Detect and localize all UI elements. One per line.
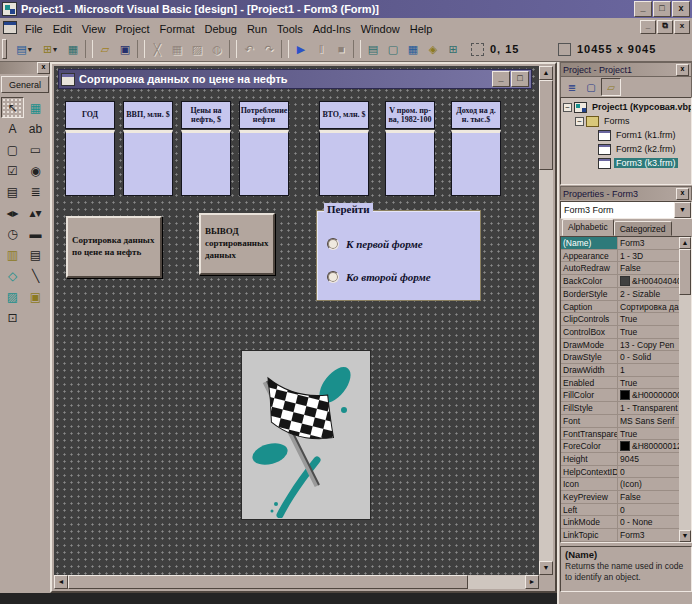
radio-icon[interactable]	[327, 238, 339, 250]
menu-item[interactable]: Add-Ins	[308, 21, 356, 37]
radio-icon[interactable]	[327, 271, 339, 283]
toolbar-find-button[interactable]: ◍	[207, 40, 227, 58]
toolbar-project-explorer-button[interactable]: ▤	[363, 40, 383, 58]
menu-item[interactable]: Tools	[272, 21, 308, 37]
property-row[interactable]: Height 9045	[561, 453, 679, 466]
maximize-button[interactable]: □	[653, 1, 671, 17]
chevron-down-icon[interactable]: ▼	[674, 202, 691, 218]
property-row[interactable]: KeyPreview False	[561, 491, 679, 504]
menu-item[interactable]: Format	[155, 21, 200, 37]
scroll-down-icon[interactable]: ▼	[539, 561, 553, 575]
toolbox-tool-dirlistbox[interactable]: ▥	[1, 244, 24, 265]
property-row[interactable]: DrawMode 13 - Copy Pen	[561, 339, 679, 352]
child-window-icon[interactable]	[3, 21, 17, 34]
toolbox-tool-pointer[interactable]: ↖	[1, 97, 24, 118]
view-code-icon[interactable]: ≣	[563, 79, 581, 95]
property-name[interactable]: BackColor	[561, 275, 618, 287]
property-value[interactable]: False	[618, 262, 679, 274]
tree-expander-icon[interactable]: −	[575, 117, 584, 126]
property-value[interactable]: &H00404040&	[618, 275, 679, 287]
property-name[interactable]: FontTransparent	[561, 428, 618, 440]
property-name[interactable]: (Name)	[561, 237, 618, 249]
minimize-button[interactable]: _	[634, 1, 652, 17]
property-name[interactable]: BorderStyle	[561, 288, 618, 300]
column-header-label[interactable]: V пром. пр-ва, 1982-100	[385, 101, 435, 129]
toolbar-save-project-button[interactable]: ▣	[115, 40, 135, 58]
toolbox-tool-commandbutton[interactable]: ▭	[24, 139, 47, 160]
toolbar-end-button[interactable]: ■	[331, 40, 351, 58]
property-row[interactable]: FontTransparent True	[561, 428, 679, 441]
project-explorer-close-icon[interactable]: x	[676, 64, 689, 76]
property-name[interactable]: Enabled	[561, 377, 618, 389]
toolbox-tool-drivelistbox[interactable]: ▬	[24, 223, 47, 244]
toolbox-tool-shape[interactable]: ◇	[1, 265, 24, 286]
column-listbox[interactable]	[451, 130, 501, 196]
property-row[interactable]: ForeColor &H80000012&	[561, 440, 679, 453]
property-name[interactable]: Left	[561, 504, 618, 516]
toolbar-separator-button[interactable]	[353, 40, 361, 58]
grid-scroll-up-icon[interactable]: ▲	[679, 237, 691, 249]
close-button[interactable]: x	[672, 1, 690, 17]
toolbox-tool-picturebox[interactable]: ▦	[24, 97, 47, 118]
menu-item[interactable]: Help	[405, 21, 438, 37]
toolbar-separator-button[interactable]	[229, 40, 237, 58]
scroll-left-icon[interactable]: ◄	[54, 575, 68, 589]
property-row[interactable]: LinkTopic Form3	[561, 529, 679, 542]
property-row[interactable]: HelpContextID 0	[561, 466, 679, 479]
property-name[interactable]: Caption	[561, 301, 618, 313]
column-listbox[interactable]	[181, 130, 231, 196]
toolbox-tool-listbox[interactable]: ≣	[24, 181, 47, 202]
menu-item[interactable]: Debug	[199, 21, 241, 37]
toolbar-cut-button[interactable]: ╳	[147, 40, 167, 58]
toolbox-tool-combobox[interactable]: ▤	[1, 181, 24, 202]
property-value[interactable]: True	[618, 377, 679, 389]
property-value[interactable]: True	[618, 313, 679, 325]
toolbox-tool-optionbutton[interactable]: ◉	[24, 160, 47, 181]
property-row[interactable]: (Name) Form3	[561, 237, 679, 250]
toolbox-tool-textbox[interactable]: ab	[24, 118, 47, 139]
mdi-restore-button[interactable]: ⧉	[657, 20, 673, 34]
picture-box[interactable]	[241, 350, 371, 520]
designer-vertical-scrollbar[interactable]: ▲ ▼	[539, 66, 553, 575]
property-name[interactable]: DrawWidth	[561, 364, 618, 376]
tree-expander-icon[interactable]: −	[563, 103, 572, 112]
properties-close-icon[interactable]: x	[676, 188, 689, 200]
property-value[interactable]: 1 - Transparent	[618, 402, 679, 414]
toolbar-grip[interactable]	[2, 39, 7, 59]
property-value[interactable]: 0	[618, 504, 679, 516]
property-value[interactable]: Form3	[618, 529, 679, 541]
toolbox-tool-timer[interactable]: ◷	[1, 223, 24, 244]
tab-Alphabetic[interactable]: Alphabetic	[562, 219, 614, 236]
column-header-label[interactable]: ВВП, млн. $	[123, 101, 173, 129]
property-value[interactable]: False	[618, 491, 679, 503]
property-name[interactable]: AutoRedraw	[561, 262, 618, 274]
property-row[interactable]: Caption Сортировка да	[561, 301, 679, 314]
toolbar-paste-button[interactable]: ▨	[187, 40, 207, 58]
column-header-label[interactable]: ВТО, млн. $	[319, 101, 369, 129]
menu-item[interactable]: Run	[242, 21, 272, 37]
column-listbox[interactable]	[319, 130, 369, 196]
toolbox-tool-image[interactable]: ▨	[1, 286, 24, 307]
property-value[interactable]: True	[618, 326, 679, 338]
column-listbox[interactable]	[123, 130, 173, 196]
property-row[interactable]: Left 0	[561, 504, 679, 517]
view-object-icon[interactable]: ▢	[582, 79, 600, 95]
grid-scroll-down-icon[interactable]: ▼	[679, 530, 691, 542]
object-selector[interactable]: Form3 Form ▼	[560, 201, 692, 219]
property-name[interactable]: FillStyle	[561, 402, 618, 414]
column-listbox[interactable]	[65, 130, 115, 196]
property-name[interactable]: Appearance	[561, 250, 618, 262]
toolbox-tool-ole[interactable]: ⊡	[1, 307, 24, 328]
toolbox-tool-data[interactable]: ▣	[24, 286, 47, 307]
property-name[interactable]: HelpContextID	[561, 466, 618, 478]
property-name[interactable]: ForeColor	[561, 440, 618, 452]
toolbox-tool-checkbox[interactable]: ☑	[1, 160, 24, 181]
property-name[interactable]: FillColor	[561, 389, 618, 401]
command-button[interactable]: ВЫВОД сортированных данных	[199, 213, 275, 275]
property-row[interactable]: BorderStyle 2 - Sizable	[561, 288, 679, 301]
property-row[interactable]: AutoRedraw False	[561, 262, 679, 275]
mdi-close-button[interactable]: x	[674, 20, 690, 34]
property-value[interactable]: 1 - 3D	[618, 250, 679, 262]
property-grid-scrollbar[interactable]: ▲ ▼	[679, 237, 691, 542]
property-value[interactable]: 9045	[618, 453, 679, 465]
